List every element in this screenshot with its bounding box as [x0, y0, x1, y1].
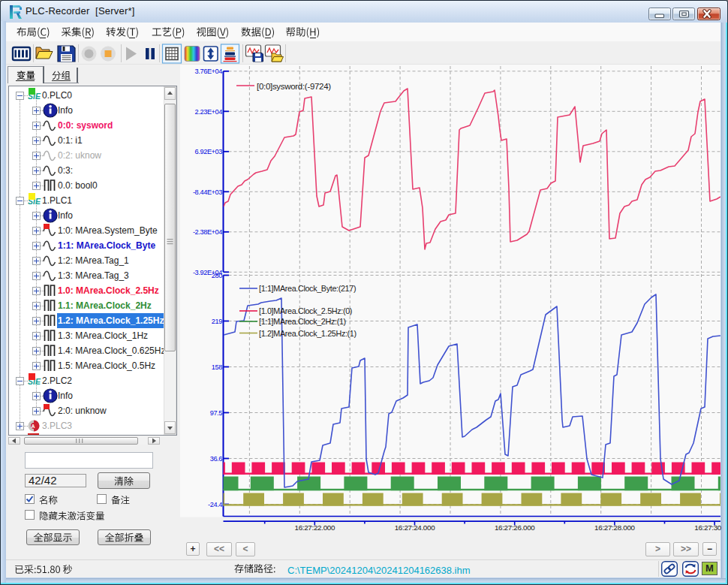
svg-text:[1.2]MArea.Clock_1.25Hz:(1): [1.2]MArea.Clock_1.25Hz:(1) — [259, 329, 356, 338]
svg-text:219: 219 — [212, 318, 222, 325]
svg-text:A: A — [32, 424, 35, 429]
svg-text:6.92E+03: 6.92E+03 — [195, 148, 223, 155]
svg-text:16:27:28.000: 16:27:28.000 — [594, 523, 635, 532]
svg-text:[1:1]MArea.Clock_Byte:(217): [1:1]MArea.Clock_Byte:(217) — [259, 284, 356, 293]
svg-text:3.76E+04: 3.76E+04 — [195, 68, 223, 75]
svg-text:16:27:26.000: 16:27:26.000 — [495, 523, 535, 532]
svg-text:-24.4: -24.4 — [208, 501, 222, 508]
svg-text:-2.38E+04: -2.38E+04 — [193, 228, 222, 236]
svg-text:97.5: 97.5 — [210, 409, 223, 417]
svg-text:16:27:24.000: 16:27:24.000 — [395, 523, 435, 532]
svg-text:36.6: 36.6 — [210, 455, 223, 463]
svg-text:[1.0]MArea.Clock_2.5Hz:(0): [1.0]MArea.Clock_2.5Hz:(0) — [259, 306, 352, 315]
svg-text:[0:0]sysword:(-9724): [0:0]sysword:(-9724) — [257, 82, 331, 91]
svg-text:158: 158 — [212, 363, 222, 371]
svg-text:280: 280 — [212, 272, 222, 279]
svg-text:-8.44E+03: -8.44E+03 — [193, 188, 222, 196]
svg-text:16:27:22.000: 16:27:22.000 — [294, 523, 335, 532]
svg-text:2.23E+04: 2.23E+04 — [195, 108, 223, 116]
svg-text:[1:1]MArea.Clock_2Hz:(1): [1:1]MArea.Clock_2Hz:(1) — [259, 317, 346, 326]
